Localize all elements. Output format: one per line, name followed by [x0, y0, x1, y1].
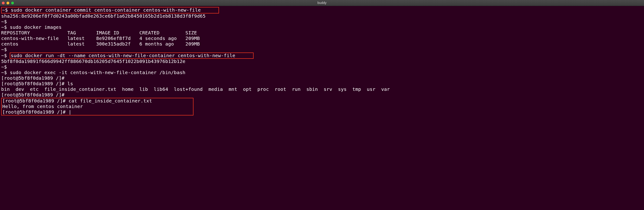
cmd-ls-line: [root@5bf8f0da1989 /]# ls: [1, 81, 643, 87]
prompt: ~$: [1, 64, 643, 70]
prompt: ~$: [2, 7, 11, 13]
prompt: ~$: [1, 24, 10, 30]
window-title: buddy: [317, 1, 326, 5]
prompt: ~$: [1, 19, 643, 25]
prompt: ~$: [1, 53, 10, 58]
run-output: 5bf8f0da19891f666d9942ff886670db16205d76…: [1, 59, 643, 64]
prompt: ~$: [1, 70, 10, 75]
cmd-ls: ls: [67, 81, 73, 86]
cmd-run: sudo docker run -dt --name centos-with-n…: [11, 53, 235, 58]
commit-output: sha256:8e9206ef8f7d0243a00bfad0e263ce6bf…: [1, 14, 643, 19]
highlight-block: [root@5bf8f0da1989 /]# cat file_inside_c…: [1, 98, 194, 115]
cmd-images: sudo docker images: [10, 24, 62, 30]
table-row: centos-with-new-file latest 8e9206ef8f7d…: [1, 36, 643, 41]
cmd-images-line: ~$ sudo docker images: [1, 25, 643, 30]
root-prompt: [root@5bf8f0da1989 /]#: [1, 81, 67, 86]
ls-output: bin dev etc file_inside_container.txt ho…: [1, 87, 643, 92]
close-icon[interactable]: [2, 2, 5, 5]
cat-output: Hello, from centos container: [2, 104, 192, 109]
window-controls: [2, 2, 14, 5]
maximize-icon[interactable]: [11, 2, 14, 5]
minimize-icon[interactable]: [6, 2, 9, 5]
cmd-exec-line: ~$ sudo docker exec -it centos-with-new-…: [1, 70, 643, 76]
cursor-icon: |: [68, 109, 71, 115]
table-header: REPOSITORY TAG IMAGE ID CREATED SIZE: [1, 30, 643, 36]
cmd-exec: sudo docker exec -it centos-with-new-fil…: [10, 70, 185, 75]
root-prompt-cursor: [root@5bf8f0da1989 /]# |: [2, 109, 192, 115]
cmd-commit-line: ~$ sudo docker container commit centos-c…: [1, 7, 643, 14]
root-prompt: [root@5bf8f0da1989 /]#: [1, 76, 643, 81]
cmd-cat-line: [root@5bf8f0da1989 /]# cat file_inside_c…: [2, 98, 192, 104]
cmd-cat: cat file_inside_container.txt: [68, 98, 152, 104]
terminal[interactable]: ~$ sudo docker container commit centos-c…: [0, 6, 644, 118]
prompt: ~$: [1, 47, 643, 53]
cmd-run-line: ~$ sudo docker run -dt --name centos-wit…: [1, 53, 643, 59]
root-prompt-partial: [root@5bf8f0da1989 /]#: [1, 92, 643, 98]
cmd-commit: sudo docker container commit centos-cont…: [11, 7, 201, 13]
root-prompt: [root@5bf8f0da1989 /]#: [2, 98, 68, 104]
table-row: centos latest 300e315adb2f 6 months ago …: [1, 41, 643, 47]
titlebar: buddy: [0, 0, 644, 6]
